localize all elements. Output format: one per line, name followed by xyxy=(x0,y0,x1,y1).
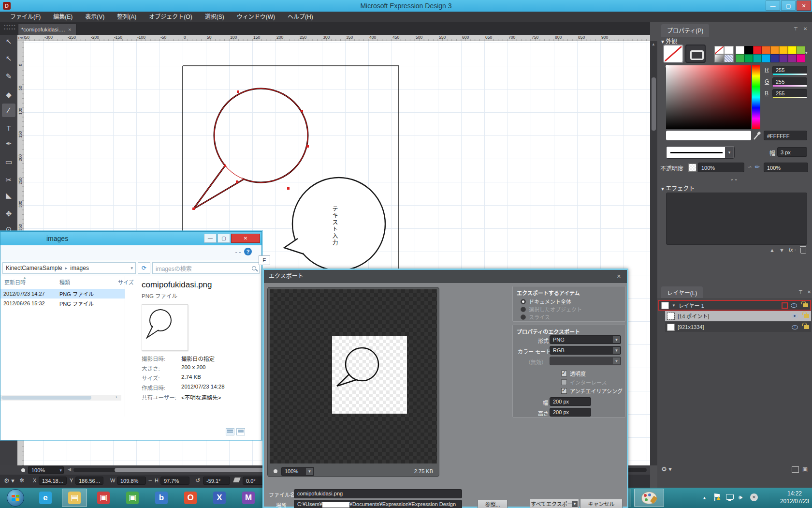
h-field[interactable]: 97.7% xyxy=(160,477,189,485)
effects-list-well[interactable] xyxy=(666,193,807,245)
stroke-preview-dropdown[interactable]: ▾ xyxy=(666,146,735,159)
layer-row-2[interactable]: [14 ポイント] xyxy=(665,311,811,321)
stroke-width-field[interactable]: 3 px xyxy=(777,147,807,157)
g-field[interactable]: 255 xyxy=(772,77,807,86)
add-effect-button[interactable]: fx · xyxy=(789,247,796,253)
search-icon[interactable] xyxy=(252,266,256,270)
swatch-gradient[interactable] xyxy=(714,54,724,62)
link-wh-icon[interactable]: ∽ xyxy=(148,478,152,484)
export-width-field[interactable]: 200 px xyxy=(550,397,591,406)
help-icon[interactable]: ? xyxy=(244,248,252,255)
palette-swatch-13[interactable] xyxy=(770,54,779,62)
radio-slices[interactable]: スライス xyxy=(521,313,550,321)
document-tab[interactable]: *comipofukidasi.… × xyxy=(18,24,77,35)
eyedropper-icon[interactable] xyxy=(753,131,761,140)
export-all-dropdown-icon[interactable]: ▼ xyxy=(572,501,578,507)
taskbar-button-internet-explorer[interactable]: e xyxy=(33,489,58,507)
taskbar-button-app-red[interactable]: ▣ xyxy=(91,489,116,507)
rotate-icon[interactable]: ↺ xyxy=(195,477,200,484)
palette-swatch-2[interactable] xyxy=(744,46,753,54)
checkbox-antialias[interactable]: アンチエイリアシング xyxy=(561,387,623,395)
r-field[interactable]: 255 xyxy=(772,66,807,74)
export-dialog-close-icon[interactable]: ✕ xyxy=(617,270,621,283)
taskbar-button-app-m[interactable]: M xyxy=(236,489,261,507)
w-field[interactable]: 109.8% xyxy=(117,477,146,485)
no-fill-button[interactable] xyxy=(663,45,683,63)
document-tab-close-icon[interactable]: × xyxy=(68,27,71,32)
scissors-tool[interactable]: ✂ xyxy=(2,173,15,187)
show-hidden-icons[interactable]: ▲ xyxy=(702,495,707,500)
y-field[interactable]: 186.56… xyxy=(75,477,103,485)
palette-expand-icon[interactable]: ▾ xyxy=(805,50,808,55)
collapse-chevron-icon[interactable]: ⌄⌄ xyxy=(730,176,738,181)
close-button[interactable]: ✕ xyxy=(797,0,811,11)
browse-button[interactable]: 参照... xyxy=(478,500,508,508)
export-preview-canvas[interactable] xyxy=(270,289,437,463)
refresh-button[interactable]: ⟳ xyxy=(138,262,150,274)
colormode-dropdown-icon[interactable]: ▼ xyxy=(613,347,620,354)
color-picker-area[interactable] xyxy=(666,65,751,129)
export-height-field[interactable]: 200 px xyxy=(550,408,591,417)
opacity-field[interactable]: 100% xyxy=(698,163,744,172)
layer-row-1[interactable]: ▼レイヤー 1 xyxy=(658,300,811,311)
layer-lock-icon[interactable] xyxy=(803,303,808,307)
column-header-date[interactable]: 更新日時 xyxy=(4,278,26,286)
effect-down-icon[interactable]: ▼ xyxy=(779,247,784,253)
text-tool[interactable]: T xyxy=(2,121,15,135)
stroke-style-button[interactable] xyxy=(685,45,706,63)
appearance-header[interactable]: ▾ 外観 xyxy=(661,37,677,45)
menu-item-2[interactable]: 編集(E) xyxy=(47,12,79,22)
delete-effect-icon[interactable] xyxy=(800,248,806,254)
properties-tab[interactable]: プロパティ(P) xyxy=(661,24,709,37)
export-all-button[interactable]: すべてエクスポート▼ xyxy=(530,499,579,508)
explorer-titlebar[interactable]: images — ▢ ✕ xyxy=(0,232,261,245)
skew-icon[interactable] xyxy=(233,478,241,482)
menu-item-5[interactable]: オブジェクト(O) xyxy=(143,12,198,22)
palette-swatch-12[interactable] xyxy=(762,54,770,62)
direct-selection-tool[interactable]: ↖ xyxy=(2,52,15,65)
view-details-button[interactable] xyxy=(226,428,234,435)
breadcrumb-current[interactable]: images xyxy=(70,265,89,271)
preview-zoom-select[interactable]: 100% ▼ xyxy=(281,467,314,476)
layer-expand-icon[interactable]: ▼ xyxy=(672,303,676,308)
explorer-close-button[interactable]: ✕ xyxy=(231,234,260,243)
opacity-checker-icon[interactable] xyxy=(688,164,696,172)
filename-field[interactable]: comipofukidasi.png xyxy=(294,489,462,498)
palette-swatch-11[interactable] xyxy=(753,54,762,62)
layer-lock-icon[interactable] xyxy=(804,325,809,329)
breadcrumb[interactable]: KinectCameraSample ▸ images ▾ xyxy=(2,262,136,274)
palette-swatch-1[interactable] xyxy=(736,46,744,54)
layers-tab[interactable]: レイヤー(L) xyxy=(661,286,703,299)
minimize-button[interactable]: — xyxy=(766,0,780,11)
expand-pane-icon[interactable]: › xyxy=(116,394,117,400)
toolbox-grip[interactable]: •••••••••• xyxy=(4,24,15,31)
paintbrush-tool[interactable]: ◆ xyxy=(2,88,15,102)
status-gear-icon[interactable]: ⚙ ▾ xyxy=(4,477,14,484)
taskbar-button-app-opera[interactable]: O xyxy=(178,489,203,507)
menu-item-7[interactable]: ウィンドウ(W) xyxy=(231,12,281,22)
menu-item-3[interactable]: 表示(V) xyxy=(79,12,111,22)
scroll-up-icon[interactable]: ▲ xyxy=(652,42,655,46)
palette-swatch-15[interactable] xyxy=(788,54,797,62)
layer-row-3[interactable]: [921x1334] xyxy=(665,322,811,332)
menu-item-1[interactable]: ファイル(F) xyxy=(4,12,47,22)
pin-icon[interactable]: ⊤ xyxy=(794,26,798,31)
x-field[interactable]: 134.18… xyxy=(39,477,67,485)
explorer-maximize-button[interactable]: ▢ xyxy=(218,234,230,243)
palette-swatch-16[interactable] xyxy=(797,54,805,62)
radio-whole-document[interactable]: ドキュメント全体 xyxy=(521,298,571,305)
opacity-field-2[interactable]: 100% xyxy=(764,163,808,172)
swatch-pattern[interactable] xyxy=(724,54,734,62)
view-thumbnails-button[interactable] xyxy=(236,428,245,435)
nib-tool[interactable]: ✒ xyxy=(2,137,15,150)
menu-item-6[interactable]: 選択(S) xyxy=(199,12,231,22)
effect-up-icon[interactable]: ▲ xyxy=(769,247,775,253)
column-header-type[interactable]: 種類 xyxy=(59,278,70,286)
palette-swatch-10[interactable] xyxy=(744,54,753,62)
layer-visibility-icon[interactable] xyxy=(792,314,798,318)
list-h-scroll-thumb[interactable] xyxy=(1,396,91,400)
palette-swatch-14[interactable] xyxy=(779,54,788,62)
column-header-size[interactable]: サイズ xyxy=(118,278,134,286)
action-center-flag-icon[interactable] xyxy=(714,493,721,501)
hue-strip[interactable] xyxy=(752,65,760,129)
